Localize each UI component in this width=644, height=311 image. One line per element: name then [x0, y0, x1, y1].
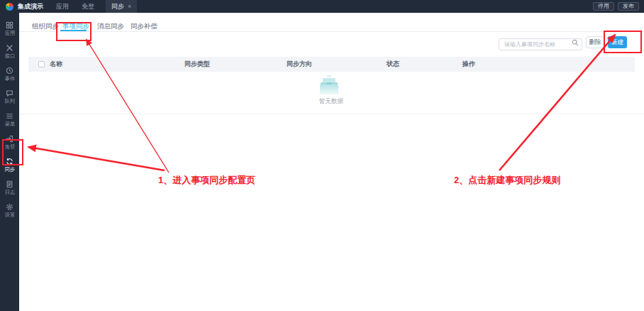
- delete-button[interactable]: 删除: [586, 36, 604, 48]
- empty-state-text: 暂无数据: [296, 97, 367, 106]
- gear-icon: [6, 203, 13, 211]
- app-logo-icon: [6, 3, 13, 11]
- tools-icon: [6, 44, 13, 52]
- column-header-actions: 操作: [462, 57, 475, 72]
- sidebar-item-sync[interactable]: 同步: [0, 153, 19, 176]
- annotation-step2: 2、点击新建事项同步规则: [454, 174, 560, 187]
- sidebar-item-logs[interactable]: 日志: [0, 176, 19, 199]
- table-header-row: 名称 同步类型 同步方向 状态 操作: [28, 57, 635, 72]
- sidebar-item-settings[interactable]: 设置: [0, 199, 19, 222]
- tab-message-sync[interactable]: 消息同步: [97, 21, 124, 31]
- grid-icon: [6, 21, 13, 29]
- sidebar-item-menu[interactable]: 菜单: [0, 108, 19, 131]
- sidebar-item-api[interactable]: 接口: [0, 40, 19, 62]
- table-bottom-border: [19, 114, 644, 114]
- sync-icon: [6, 158, 13, 165]
- tab-org-sync[interactable]: 组织同步: [32, 21, 59, 31]
- topbar-actions: 停用 发布: [593, 2, 639, 11]
- clock-icon: [6, 67, 13, 75]
- disable-button[interactable]: 停用: [593, 2, 614, 11]
- create-button[interactable]: 新建: [608, 36, 627, 48]
- tabs-divider: [19, 31, 644, 32]
- search-icon[interactable]: [572, 39, 579, 46]
- menu-icon: [6, 112, 13, 120]
- topbar-tab-sync[interactable]: 同步 ×: [106, 0, 137, 13]
- topbar-menu-apps[interactable]: 应用: [56, 2, 69, 11]
- login-icon: [6, 135, 13, 143]
- app-title: 集成演示: [18, 2, 43, 11]
- search-input[interactable]: [499, 38, 582, 50]
- topbar-menu-login-free[interactable]: 免登: [82, 2, 94, 11]
- empty-state-illustration: [315, 75, 343, 95]
- log-icon: [6, 180, 13, 188]
- select-all-checkbox[interactable]: [38, 61, 45, 67]
- column-header-name: 名称: [50, 57, 62, 72]
- active-tab-underline: [60, 30, 87, 31]
- screen: 集成演示 应用 免登 同步 × 停用 发布 应用 接口 事件 队列: [0, 0, 644, 311]
- column-header-sync-direction: 同步方向: [287, 57, 312, 72]
- annotation-step1: 1、进入事项同步配置页: [158, 174, 255, 187]
- topbar: 集成演示 应用 免登 同步 × 停用 发布: [0, 0, 644, 13]
- column-header-sync-type: 同步类型: [184, 57, 210, 72]
- sidebar-item-login-free[interactable]: 免登: [0, 131, 19, 153]
- sidebar-item-queue[interactable]: 队列: [0, 85, 19, 108]
- main-content: 组织同步 事项同步 消息同步 同步补偿 删除 新建 名称 同步类型 同步方向 状…: [19, 13, 644, 311]
- sidebar-item-events[interactable]: 事件: [0, 62, 19, 85]
- topbar-tab-label: 同步: [111, 2, 124, 11]
- tab-sync-compensation[interactable]: 同步补偿: [131, 21, 157, 31]
- sidebar-item-apps[interactable]: 应用: [0, 17, 19, 40]
- search-box: [499, 36, 582, 48]
- chat-icon: [6, 89, 13, 97]
- publish-button[interactable]: 发布: [618, 2, 639, 11]
- sidebar: 应用 接口 事件 队列 菜单 免登 同步 日志: [0, 13, 19, 311]
- column-header-status: 状态: [387, 57, 399, 72]
- close-tab-icon[interactable]: ×: [128, 4, 131, 10]
